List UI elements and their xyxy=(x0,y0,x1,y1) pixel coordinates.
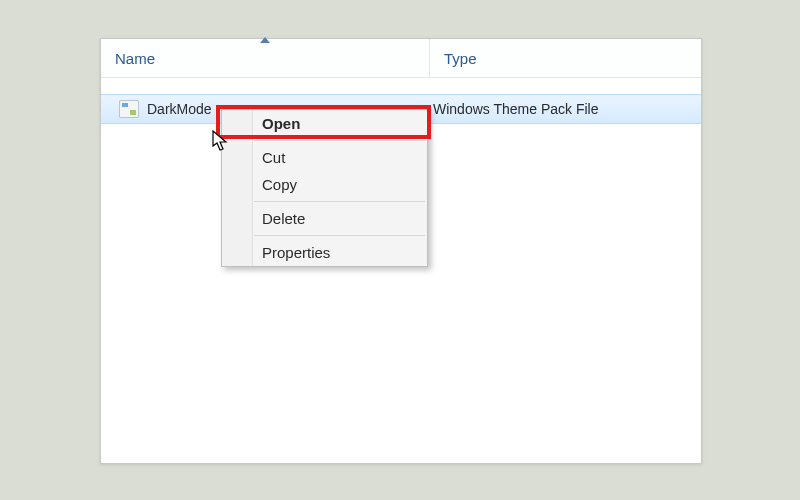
column-header-type[interactable]: Type xyxy=(430,39,701,77)
context-menu-cut[interactable]: Cut xyxy=(222,144,427,171)
theme-file-icon xyxy=(119,100,139,118)
file-type-label: Windows Theme Pack File xyxy=(433,101,598,117)
file-cell-type: Windows Theme Pack File xyxy=(419,101,701,117)
context-menu-open[interactable]: Open xyxy=(222,110,427,137)
sort-ascending-icon xyxy=(260,37,270,43)
context-menu-properties[interactable]: Properties xyxy=(222,239,427,266)
column-header-name[interactable]: Name xyxy=(101,39,430,77)
column-header-type-label: Type xyxy=(444,50,477,67)
context-menu-separator xyxy=(254,235,425,236)
context-menu-copy[interactable]: Copy xyxy=(222,171,427,198)
context-menu-properties-label: Properties xyxy=(262,244,330,261)
column-header-name-label: Name xyxy=(115,50,155,67)
context-menu-open-label: Open xyxy=(262,115,300,132)
context-menu-separator xyxy=(254,201,425,202)
context-menu-separator xyxy=(254,140,425,141)
context-menu: Open Cut Copy Delete Properties xyxy=(221,109,428,267)
context-menu-delete[interactable]: Delete xyxy=(222,205,427,232)
context-menu-cut-label: Cut xyxy=(262,149,285,166)
context-menu-copy-label: Copy xyxy=(262,176,297,193)
file-name-label: DarkMode xyxy=(147,101,212,117)
context-menu-delete-label: Delete xyxy=(262,210,305,227)
column-headers: Name Type xyxy=(101,39,701,78)
